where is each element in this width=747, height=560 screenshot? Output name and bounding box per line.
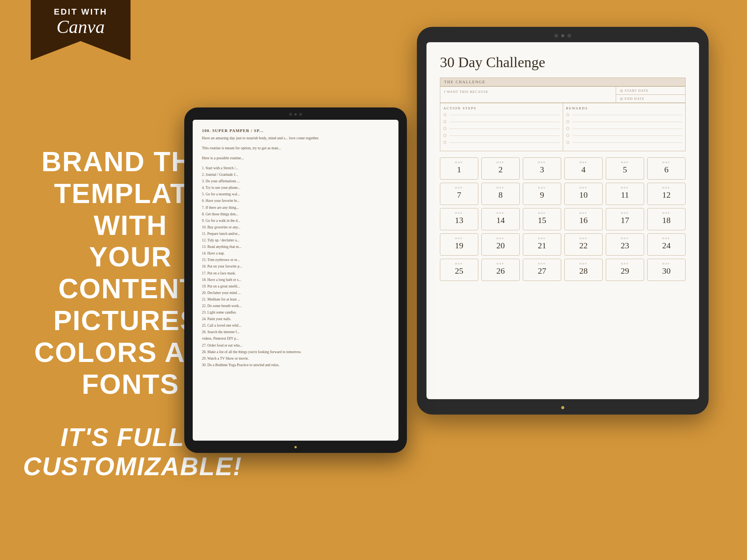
front-content: 100. SUPER PAMPER / SP... Have an amazin… xyxy=(202,128,389,368)
list-item: 3. Do your affirmations ... xyxy=(202,178,389,185)
list-item: 29. Watch a TV Show or movie. xyxy=(202,355,389,362)
rewards-col: REWARDS xyxy=(563,103,686,151)
list-item: 13. Read anything that m... xyxy=(202,244,389,250)
list-item: 26. Search the internet f... xyxy=(202,329,389,335)
day-cell: DAY20 xyxy=(481,233,520,256)
want-label: I WANT THIS BECAUSE xyxy=(440,87,616,102)
action-row-4 xyxy=(443,134,560,137)
list-item: 7. If there are any thing... xyxy=(202,205,389,211)
list-item: videos, Pinterest DIY p... xyxy=(202,335,389,342)
day-cell: DAY21 xyxy=(523,233,561,256)
canva-banner: EDIT WITH Canva xyxy=(31,0,131,60)
list-item: 24. Paint your nails. xyxy=(202,316,389,322)
front-list: 1. Start with a Stretch /...2. Journal /… xyxy=(202,165,389,368)
day-cell: DAY12 xyxy=(647,183,686,205)
day-cell: DAY6 xyxy=(647,157,686,180)
edit-with-label: EDIT WITH xyxy=(38,7,123,17)
challenge-title: 30 Day Challenge xyxy=(440,54,686,71)
list-item: 23. Light some candles. xyxy=(202,309,389,316)
list-item: 15. Trim eyebrows or re... xyxy=(202,257,389,263)
front-camera-dot xyxy=(289,113,292,116)
reward-row-4 xyxy=(566,134,683,137)
day-cell: DAY4 xyxy=(564,157,603,180)
list-item: 20. Declutter your mind ... xyxy=(202,290,389,296)
list-item: 1. Start with a Stretch /... xyxy=(202,165,389,172)
list-item: 8. Get those things don... xyxy=(202,211,389,218)
list-item: 12. Tidy up / declutter a... xyxy=(202,237,389,244)
camera-dot2 xyxy=(561,34,564,37)
tablet-back-screen: 30 Day Challenge THE CHALLENGE I WANT TH… xyxy=(426,42,699,399)
day-cell: DAY24 xyxy=(647,233,686,256)
form-top: I WANT THIS BECAUSE ◎ START DATE ◎ END D… xyxy=(440,87,685,103)
reward-row-3 xyxy=(566,127,683,130)
list-item: 19. Put on a great smelli... xyxy=(202,283,389,290)
end-date: ◎ END DATE xyxy=(616,95,685,102)
day-cell: DAY13 xyxy=(440,208,478,230)
day-cell: DAY25 xyxy=(440,259,478,281)
day-cell: DAY5 xyxy=(606,157,644,180)
day-cell: DAY30 xyxy=(647,259,686,281)
day-cell: DAY7 xyxy=(440,183,478,205)
challenge-form: I WANT THIS BECAUSE ◎ START DATE ◎ END D… xyxy=(440,86,686,151)
front-camera-dot3 xyxy=(299,113,302,116)
action-row-3 xyxy=(443,127,560,130)
list-item: 27. Order food or eat wha... xyxy=(202,342,389,349)
day-cell: DAY11 xyxy=(606,183,644,205)
rewards-header: REWARDS xyxy=(566,106,683,110)
reward-row-5 xyxy=(566,141,683,144)
action-row-1 xyxy=(443,113,560,116)
tablet-back: 30 Day Challenge THE CHALLENGE I WANT TH… xyxy=(417,27,709,415)
day-cell: DAY18 xyxy=(647,208,686,230)
reward-row-1 xyxy=(566,113,683,116)
list-item: 28. Make a list of all the things you're… xyxy=(202,349,389,355)
action-header: ACTION STEPS xyxy=(443,106,560,110)
tablet-front: 100. SUPER PAMPER / SP... Have an amazin… xyxy=(184,107,407,453)
canva-label: Canva xyxy=(38,17,123,37)
list-item: 4. Try to use your phone... xyxy=(202,185,389,191)
list-item: 21. Meditate for at least ... xyxy=(202,296,389,303)
action-row-2 xyxy=(443,120,560,123)
front-desc1: Have an amazing day just to nourish body… xyxy=(202,135,389,141)
day-cell: DAY2 xyxy=(481,157,520,180)
day-cell: DAY15 xyxy=(523,208,561,230)
list-item: 30. Do a Bedtime Yoga Practice to unwind… xyxy=(202,362,389,368)
day-cell: DAY17 xyxy=(606,208,644,230)
home-indicator-front xyxy=(294,446,297,448)
challenge-section-label: THE CHALLENGE xyxy=(440,78,686,86)
tablet-front-screen: 100. SUPER PAMPER / SP... Have an amazin… xyxy=(193,120,398,441)
front-desc3: Here is a possible routine... xyxy=(202,155,389,161)
day-cell: DAY3 xyxy=(523,157,561,180)
day-cell: DAY9 xyxy=(523,183,561,205)
camera-dot xyxy=(554,34,558,38)
start-date: ◎ START DATE xyxy=(616,87,685,95)
list-item: 11. Prepare lunch and/or... xyxy=(202,231,389,237)
day-cell: DAY29 xyxy=(606,259,644,281)
day-cell: DAY19 xyxy=(440,233,478,256)
camera-dot3 xyxy=(567,34,571,38)
day-cell: DAY8 xyxy=(481,183,520,205)
list-item: 25. Call a loved one whil... xyxy=(202,322,389,329)
action-col: ACTION STEPS xyxy=(440,103,563,151)
day-cell: DAY23 xyxy=(606,233,644,256)
day-cell: DAY10 xyxy=(564,183,603,205)
list-item: 18. Have a long bath or s... xyxy=(202,277,389,283)
list-item: 5. Go for a morning wal... xyxy=(202,191,389,198)
day-cell: DAY14 xyxy=(481,208,520,230)
list-item: 9. Go for a walk in the d... xyxy=(202,218,389,224)
action-rewards: ACTION STEPS REWARDS xyxy=(440,103,685,151)
list-item: 10. Buy groceries or any... xyxy=(202,224,389,231)
reward-row-2 xyxy=(566,120,683,123)
camera-area xyxy=(554,34,571,38)
day-cell: DAY27 xyxy=(523,259,561,281)
list-item: 16. Put on your favorite p... xyxy=(202,263,389,270)
day-cell: DAY16 xyxy=(564,208,603,230)
list-item: 14. Have a nap. xyxy=(202,250,389,257)
list-item: 6. Have your favorite br... xyxy=(202,198,389,204)
list-item: 2. Journal / Gratitude J... xyxy=(202,172,389,178)
day-grid: DAY1DAY2DAY3DAY4DAY5DAY6DAY7DAY8DAY9DAY1… xyxy=(440,157,686,281)
banner-tail xyxy=(31,41,131,60)
front-desc2: This routine is meant for option, try to… xyxy=(202,145,389,151)
banner-content: EDIT WITH Canva xyxy=(31,0,131,41)
dates-col: ◎ START DATE ◎ END DATE xyxy=(616,87,685,102)
day-cell: DAY26 xyxy=(481,259,520,281)
